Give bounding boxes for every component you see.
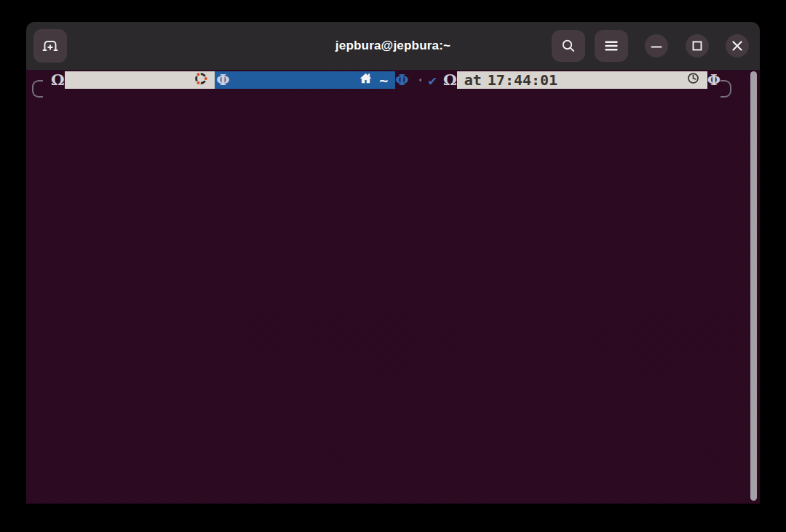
terminal-window: jepbura@jepbura:~ [26,22,760,504]
directory-path: ~ [379,71,388,89]
left-segment-cap: Ω [51,71,65,89]
close-button[interactable] [726,34,749,57]
hamburger-menu-icon [603,37,620,55]
new-tab-button[interactable] [33,29,67,63]
close-icon [726,34,749,57]
ubuntu-logo-icon [71,53,210,108]
powerline-separator: Φ [395,71,408,89]
prompt-frame-right-bracket [720,80,731,98]
prompt-frame-left-bracket [32,80,43,98]
time-value: 17:44:01 [488,71,557,89]
terminal-content-area[interactable]: Ω Φ [26,70,760,504]
prompt-filler-dots [416,71,421,89]
desktop: jepbura@jepbura:~ [0,0,786,532]
prompt-line-1: Ω Φ [26,71,760,89]
exit-status-ok: ✔ [429,71,437,89]
directory-segment: Φ ~ [215,71,395,89]
home-icon [236,54,374,107]
time-segment: at 17:44:01 [457,71,707,89]
right-segment-cap: Ω [443,71,457,89]
powerline-separator: Φ [707,71,720,89]
shell-prompt: Ω Φ [26,70,760,106]
time-prefix: at [464,71,482,89]
new-tab-icon [41,36,60,55]
powerline-separator: Φ [216,71,229,89]
clock-icon [563,54,700,106]
scrollbar-thumb[interactable] [750,71,757,501]
os-segment [65,71,215,89]
search-icon [560,37,577,55]
